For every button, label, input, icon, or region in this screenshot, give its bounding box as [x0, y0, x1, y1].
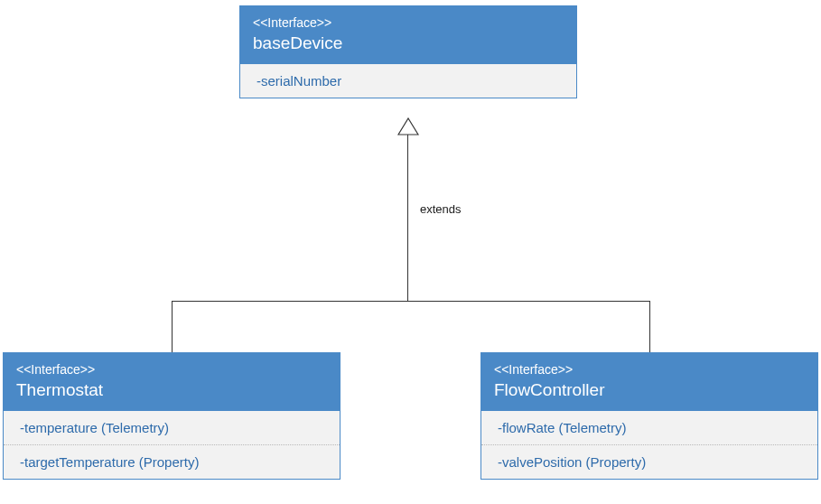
class-box-thermostat: <<Interface>> Thermostat -temperature (T… [3, 352, 341, 480]
class-name: FlowController [494, 380, 805, 400]
connector-vertical-left [172, 301, 173, 352]
attribute-row: -valvePosition (Property) [481, 445, 817, 479]
connector-vertical-right [649, 301, 650, 352]
connector-vertical-main [407, 134, 408, 302]
stereotype-label: <<Interface>> [253, 15, 564, 30]
class-body: -temperature (Telemetry) -targetTemperat… [4, 411, 340, 479]
class-box-flowcontroller: <<Interface>> FlowController -flowRate (… [480, 352, 818, 480]
class-body: -flowRate (Telemetry) -valvePosition (Pr… [481, 411, 817, 479]
connector-horizontal [172, 301, 650, 302]
stereotype-label: <<Interface>> [494, 362, 805, 377]
svg-marker-0 [398, 118, 418, 135]
class-body: -serialNumber [240, 64, 576, 98]
class-name: Thermostat [16, 380, 327, 400]
attribute-row: -serialNumber [240, 64, 576, 98]
stereotype-label: <<Interface>> [16, 362, 327, 377]
generalization-arrowhead-icon [397, 117, 419, 135]
class-header: <<Interface>> Thermostat [4, 353, 340, 411]
attribute-row: -temperature (Telemetry) [4, 411, 340, 445]
class-header: <<Interface>> baseDevice [240, 6, 576, 64]
class-name: baseDevice [253, 33, 564, 53]
class-header: <<Interface>> FlowController [481, 353, 817, 411]
attribute-row: -targetTemperature (Property) [4, 445, 340, 479]
attribute-row: -flowRate (Telemetry) [481, 411, 817, 445]
relationship-label: extends [420, 202, 462, 216]
class-box-basedevice: <<Interface>> baseDevice -serialNumber [239, 5, 577, 98]
